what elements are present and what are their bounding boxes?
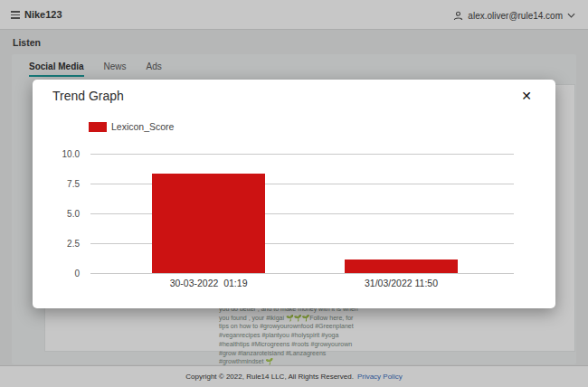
y-axis-tick-label: 7.5 [67, 179, 80, 189]
legend-label: Lexicon_Score [111, 121, 174, 132]
chart-legend: Lexicon_Score [89, 121, 174, 132]
y-axis-tick-label: 0 [74, 269, 80, 278]
bar-2[interactable] [345, 260, 458, 273]
close-button[interactable]: ✕ [517, 87, 536, 105]
dialog-title: Trend Graph [52, 89, 124, 103]
x-axis-tick-label: 31/03/2022 11:50 [365, 278, 438, 288]
bar-1[interactable] [152, 174, 265, 273]
chart-xlabel-row: 30-03-2022 01:1931/03/2022 11:50 [90, 273, 514, 291]
y-axis-tick-label: 10.0 [62, 149, 80, 159]
y-axis-tick-label: 5.0 [67, 209, 80, 219]
y-axis-tick-label: 2.5 [67, 239, 80, 249]
close-icon: ✕ [521, 90, 532, 102]
chart-ylabel-column: 02.55.07.510.0 [33, 154, 85, 273]
app-window: Nike123 alex.oliver@rule14.com Listen So… [0, 0, 588, 387]
legend-swatch [89, 122, 107, 132]
chart-plot [90, 154, 514, 273]
trend-graph-dialog: Trend Graph ✕ Lexicon_Score 02.55.07.510… [33, 80, 555, 308]
x-axis-tick-label: 30-03-2022 01:19 [170, 278, 248, 288]
gridline [90, 154, 514, 155]
